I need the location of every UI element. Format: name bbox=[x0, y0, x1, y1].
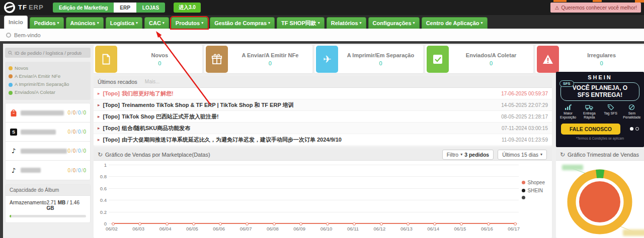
breadcrumb-label: Bem-vindo bbox=[14, 32, 41, 38]
legend-novos: Novos bbox=[9, 65, 28, 72]
y-axis: 10.80.60.40.20 bbox=[97, 165, 519, 224]
x-tick-label: 06/11 bbox=[347, 226, 359, 231]
warning-icon: ⚠ bbox=[554, 5, 559, 11]
feature-entrega: Entrega Rápida bbox=[579, 104, 600, 120]
shop-name-blurred bbox=[21, 130, 56, 135]
tiktok-icon: ♪ bbox=[10, 166, 18, 174]
enter-3-0-button[interactable]: 进入3.0 bbox=[174, 3, 201, 13]
carousel-dot-active[interactable] bbox=[630, 127, 633, 131]
recado-row[interactable]: ▸[Topo]Treinamento TikTok Shop & TF ERP … bbox=[94, 99, 552, 111]
tab-centro-de-aplicacao[interactable]: Centro de Aplicação▾ bbox=[422, 17, 488, 29]
sidebar: ID de pedido / logística / produtos ▾ No… bbox=[5, 48, 91, 223]
x-tick-label: 06/17 bbox=[508, 226, 520, 231]
album-capacity: Capacidade do Álbum Armazenamento 2.71 M… bbox=[5, 184, 91, 223]
tab-pedidos[interactable]: Pedidos▾ bbox=[30, 17, 64, 29]
card-a-enviar[interactable]: A Enviar/A Emitir NFe0 bbox=[204, 45, 313, 73]
play-icon: ▸ bbox=[98, 126, 100, 131]
shop-row-tiktok-2[interactable]: ♪ 0/0/0/0 bbox=[6, 161, 90, 180]
recados-header: Últimos recados Mais... bbox=[94, 76, 552, 88]
refresh-icon[interactable]: ↻ bbox=[560, 152, 565, 158]
legend-unlabeled bbox=[522, 196, 545, 199]
card-title: A Imprimir/Em Separação bbox=[338, 52, 423, 58]
shop-counts: 0/0/0/0 bbox=[67, 110, 86, 115]
tf-erp-logo[interactable] bbox=[4, 2, 15, 13]
tab-inicio[interactable]: Inicio bbox=[4, 16, 28, 29]
legend-shein: SHEIN bbox=[522, 188, 545, 193]
x-tick-label: 06/05 bbox=[186, 226, 198, 231]
card-title: Enviados/A Coletar bbox=[449, 52, 534, 58]
refresh-icon[interactable]: ↻ bbox=[98, 152, 103, 158]
lojas-toggle[interactable]: LOJAS bbox=[136, 3, 165, 13]
tiktok-icon: ♪ bbox=[10, 147, 18, 155]
gridline bbox=[109, 200, 519, 200]
shopee-icon bbox=[10, 109, 18, 117]
notice-text: Queremos conhecer você melhor! bbox=[561, 5, 637, 11]
data-point bbox=[353, 222, 356, 225]
data-point bbox=[112, 222, 115, 225]
data-point bbox=[299, 222, 302, 225]
quarterly-chart-title: Gráfico Trimestral de Vendas bbox=[568, 152, 639, 158]
shop-counts: 0/0/0/0 bbox=[67, 168, 86, 173]
check-icon bbox=[427, 46, 449, 73]
tab-gestao-de-compras[interactable]: Gestão de Compras▾ bbox=[210, 17, 275, 29]
data-point bbox=[138, 222, 141, 225]
search-input[interactable]: ID de pedido / logística / produtos ▾ bbox=[5, 48, 91, 58]
recado-row[interactable]: ▸[Topo]TikTok Shop 巴西站正式开放入驻注册!08-05-202… bbox=[94, 111, 552, 123]
gridline bbox=[109, 188, 519, 189]
recados-panel: Últimos recados Mais... ▸[Topo]我们想更好地了解您… bbox=[94, 76, 552, 146]
card-count: 0 bbox=[559, 60, 644, 66]
fale-conosco-button[interactable]: FALE CONOSCO bbox=[561, 124, 620, 135]
legend-dot bbox=[9, 83, 13, 87]
x-tick-label: 06/04 bbox=[159, 226, 172, 231]
donut-center-red[interactable] bbox=[579, 181, 620, 222]
donut-chart bbox=[556, 161, 644, 237]
shop-row-shopee[interactable]: 0/0/0/0 bbox=[6, 103, 90, 123]
erp-toggle[interactable]: ERP bbox=[114, 3, 136, 13]
card-a-imprimir[interactable]: ✈ A Imprimir/Em Separação0 bbox=[314, 45, 423, 73]
tab-anuncios[interactable]: Anúncios▾ bbox=[66, 17, 104, 29]
legend-dot bbox=[522, 181, 525, 184]
caret-down-icon: ▾ bbox=[201, 21, 203, 25]
tf-erp-dashboard: TFERP Edição de Marketing ERP LOJAS 进入3.… bbox=[0, 0, 644, 238]
recado-row[interactable]: ▸[Topo]由于大促期间推送订单系统延迟比久，为避免订单迟发，建议手动同步一次… bbox=[94, 134, 552, 146]
notice-banner[interactable]: ⚠ Queremos conhecer você melhor! bbox=[550, 3, 641, 13]
legend-dot bbox=[9, 66, 13, 70]
data-point bbox=[514, 222, 517, 225]
date-range-button[interactable]: Últimos 15 dias▾ bbox=[498, 150, 547, 160]
x-tick-label: 06/13 bbox=[400, 226, 413, 231]
more-link[interactable]: Mais... bbox=[145, 79, 159, 84]
gridline bbox=[109, 176, 519, 177]
card-count: 0 bbox=[338, 60, 423, 66]
card-novos[interactable]: Novos0 bbox=[94, 45, 202, 73]
recado-row[interactable]: ▸[Topo]我们想更好地了解您!17-06-2025 00:59:37 bbox=[94, 88, 552, 99]
tab-logistica[interactable]: Logística▾ bbox=[106, 17, 142, 29]
card-count: 0 bbox=[117, 60, 202, 66]
play-icon: ▸ bbox=[98, 114, 100, 119]
edition-marketing-button[interactable]: Edição de Marketing bbox=[53, 3, 114, 13]
divider bbox=[0, 41, 644, 44]
tab-cac[interactable]: CAC▾ bbox=[144, 17, 169, 29]
data-point bbox=[380, 222, 383, 225]
card-irregulares[interactable]: Irregulares0 bbox=[535, 45, 644, 73]
tab-configuracoes[interactable]: Configurações▾ bbox=[368, 17, 420, 29]
search-icon bbox=[8, 51, 13, 55]
tab-relatorios[interactable]: Relatórios▾ bbox=[327, 17, 366, 29]
shein-ad-banner[interactable]: SHEIN SFS VOCÊ PLANEJA, O SFS ENTREGA! M… bbox=[556, 72, 644, 147]
card-enviados[interactable]: Enviados/A Coletar0 bbox=[425, 45, 534, 73]
tab-produtos[interactable]: Produtos▾ bbox=[171, 17, 208, 29]
x-tick-label: 06/06 bbox=[213, 226, 225, 231]
shop-row-shein[interactable]: S 0/0/0/0 bbox=[6, 123, 90, 142]
shop-name-blurred bbox=[21, 149, 67, 154]
edition-switcher: Edição de Marketing ERP LOJAS bbox=[53, 3, 165, 13]
data-point bbox=[407, 222, 410, 225]
recado-row[interactable]: ▸[Topo]组合/随机SKU商品功能发布07-11-2024 03:00:15 bbox=[94, 123, 552, 134]
card-count: 0 bbox=[449, 60, 534, 66]
gridline bbox=[109, 212, 519, 212]
carousel-dot[interactable] bbox=[635, 127, 639, 131]
shop-row-tiktok-1[interactable]: ♪ 0/0/0/0 bbox=[6, 142, 90, 161]
x-tick-label: 06/12 bbox=[374, 226, 386, 231]
filter-button[interactable]: Filtro▾3 pedidos bbox=[442, 150, 494, 160]
storage-label: Armazenamento bbox=[10, 200, 46, 211]
tab-tf-shop[interactable]: TF SHOP同款▾ bbox=[277, 17, 325, 29]
caret-down-icon: ▾ bbox=[136, 21, 138, 25]
